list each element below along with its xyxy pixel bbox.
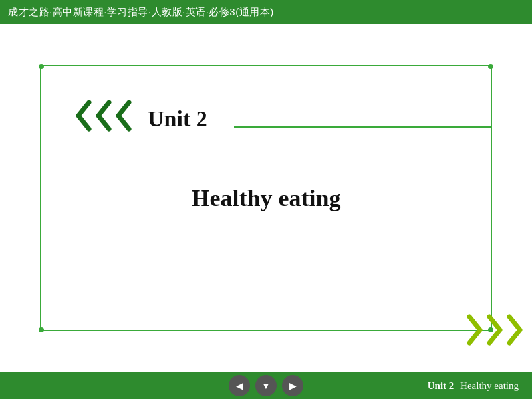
- corner-dot-tl: [39, 64, 44, 69]
- header-title: 成才之路·高中新课程·学习指导·人教版·英语·必修3(通用本): [8, 6, 274, 19]
- bottom-text: Unit 2 Healthy eating: [428, 380, 519, 392]
- chevron-right-3: [505, 314, 524, 346]
- bottom-bar: ◀ ▼ ▶ Unit 2 Healthy eating: [0, 372, 532, 399]
- unit-label: Unit 2: [148, 106, 207, 132]
- bottom-unit-label: Unit 2: [428, 380, 454, 391]
- header-bar: 成才之路·高中新课程·学习指导·人教版·英语·必修3(通用本): [0, 0, 532, 24]
- nav-prev-button[interactable]: ◀: [229, 375, 250, 396]
- nav-prev-icon: ◀: [236, 380, 243, 391]
- corner-dot-tr: [488, 64, 493, 69]
- nav-down-icon: ▼: [261, 380, 271, 391]
- chevron-left-3: [114, 100, 133, 132]
- chevron-left-1: [74, 100, 93, 132]
- chevron-left-2: [94, 100, 113, 132]
- nav-next-icon: ▶: [289, 380, 297, 391]
- slide-card: Unit 2 Healthy eating: [40, 65, 492, 331]
- nav-down-button[interactable]: ▼: [255, 375, 277, 396]
- nav-buttons: ◀ ▼ ▶: [229, 375, 303, 396]
- main-title: Healthy eating: [192, 184, 341, 212]
- left-chevrons: [74, 100, 133, 132]
- nav-next-button[interactable]: ▶: [282, 375, 303, 396]
- unit-line: [234, 126, 491, 128]
- corner-dot-bl: [39, 327, 44, 332]
- chevron-right-2: [485, 314, 504, 346]
- main-content: Unit 2 Healthy eating: [0, 24, 532, 372]
- bottom-title-label: Healthy eating: [460, 380, 519, 391]
- chevron-right-1: [466, 314, 484, 346]
- right-chevrons: [466, 314, 524, 346]
